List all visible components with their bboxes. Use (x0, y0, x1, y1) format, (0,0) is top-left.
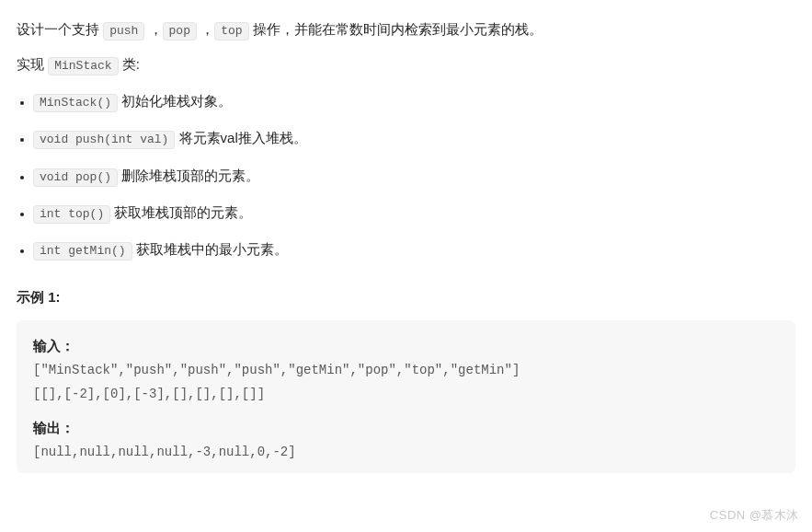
example-heading: 示例 1: (17, 286, 795, 307)
op-pop: pop (163, 22, 197, 40)
method-sig: MinStack() (33, 94, 118, 112)
text: 实现 (17, 56, 48, 72)
method-desc: 删除堆栈顶部的元素。 (118, 168, 259, 183)
text: 操作，并能在常数时间内检索到最小元素的栈。 (249, 21, 543, 37)
input-label: 输入： (33, 338, 74, 353)
list-item: void push(int val) 将元素val推入堆栈。 (33, 127, 795, 149)
list-item: int getMin() 获取堆栈中的最小元素。 (33, 238, 795, 260)
method-list: MinStack() 初始化堆栈对象。 void push(int val) 将… (17, 90, 795, 260)
text: ， (144, 21, 162, 37)
method-desc: 初始化堆栈对象。 (118, 93, 232, 109)
method-desc: 获取堆栈顶部的元素。 (110, 204, 252, 220)
example-input-line2: [[],[-2],[0],[-3],[],[],[],[]] (33, 383, 779, 406)
method-sig: void pop() (33, 168, 118, 187)
method-desc: 将元素val推入堆栈。 (175, 130, 306, 145)
list-item: void pop() 删除堆栈顶部的元素。 (33, 165, 795, 187)
example-output-line: [null,null,null,null,-3,null,0,-2] (33, 441, 779, 464)
list-item: MinStack() 初始化堆栈对象。 (33, 90, 795, 112)
example-block: 输入： ["MinStack","push","push","push","ge… (17, 320, 795, 473)
output-label: 输出： (33, 420, 74, 435)
list-item: int top() 获取堆栈顶部的元素。 (33, 202, 795, 224)
class-name: MinStack (48, 57, 118, 75)
method-sig: int top() (33, 205, 110, 224)
method-sig: void push(int val) (33, 131, 175, 149)
problem-intro: 设计一个支持 push ，pop ，top 操作，并能在常数时间内检索到最小元素… (17, 18, 795, 40)
text: 类: (119, 56, 140, 72)
example-input-line1: ["MinStack","push","push","push","getMin… (33, 359, 779, 382)
text: ， (197, 21, 214, 37)
watermark: CSDN @慕木沐 (710, 506, 799, 525)
op-top: top (214, 22, 248, 40)
method-sig: int getMin() (33, 242, 132, 260)
method-desc: 获取堆栈中的最小元素。 (132, 241, 288, 257)
implement-line: 实现 MinStack 类: (17, 53, 795, 75)
text: 设计一个支持 (17, 21, 103, 37)
op-push: push (103, 22, 144, 40)
